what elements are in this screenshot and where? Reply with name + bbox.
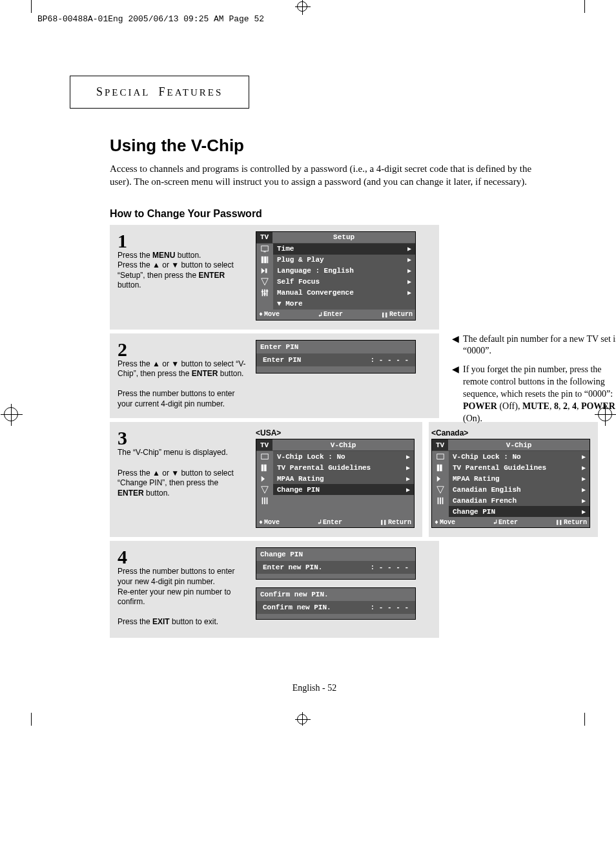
osd-menu-item: MPAA Rating▶ <box>273 473 414 484</box>
osd-nav-bar: ♦Move ↲Enter ⫿⫿Return <box>256 310 415 320</box>
osd-tv-label: TV <box>256 232 272 243</box>
side-notes: ◀ The default pin number for a new TV se… <box>452 333 616 432</box>
svg-rect-28 <box>440 498 441 505</box>
osd-menu-item: MPAA Rating▶ <box>449 473 590 484</box>
step-3: 3 The “V-Chip” menu is displayed. Press … <box>110 422 422 537</box>
osd-title: V-Chip <box>448 441 590 449</box>
svg-rect-16 <box>264 465 267 472</box>
sound-icon <box>260 463 269 472</box>
osd-menu-item: Canadian French▶ <box>449 495 590 506</box>
osd-menu-item: TV Parental Guidelines▶ <box>449 462 590 473</box>
page-title: Using the V-Chip <box>110 136 564 156</box>
step-2: 2 Press the ▲ or ▼ button to select “V-C… <box>110 333 439 419</box>
svg-rect-12 <box>263 293 266 295</box>
osd-row-value: : - - - - <box>371 356 409 364</box>
svg-rect-22 <box>437 454 444 459</box>
osd-category-icons <box>432 451 449 517</box>
channel-icon <box>260 474 269 483</box>
step-number: 1 <box>118 231 247 251</box>
svg-rect-27 <box>438 498 439 505</box>
svg-rect-29 <box>442 498 444 505</box>
svg-rect-8 <box>262 289 263 297</box>
nav-return: ⫿⫿Return <box>382 311 413 319</box>
svg-rect-9 <box>264 289 265 297</box>
step-2-text: Press the ▲ or ▼ button to select “V-Chi… <box>118 359 247 410</box>
step-1: 1 Press the MENU button. Press the ▲ or … <box>110 225 439 330</box>
timer-icon <box>436 485 445 494</box>
osd-menu-item: V-Chip Lock : No▶ <box>449 451 590 462</box>
osd-menu-item: Language : English▶ <box>273 266 415 277</box>
osd-setup-menu: TV Setup Time▶Plug & Play▶Language : Eng… <box>256 231 416 321</box>
osd-header: Change PIN <box>256 548 415 561</box>
osd-title: V-Chip <box>272 441 414 449</box>
note-marker-icon: ◀ <box>452 364 459 425</box>
svg-rect-0 <box>262 246 269 251</box>
svg-rect-1 <box>263 251 266 252</box>
variant-label-usa: <USA> <box>256 428 415 437</box>
osd-row-label: Confirm new PIN. <box>263 604 331 611</box>
osd-enter-pin: Enter PIN Enter PIN : - - - - <box>256 340 416 374</box>
svg-rect-2 <box>262 257 264 264</box>
svg-rect-4 <box>267 257 269 264</box>
osd-row-value: : - - - - <box>371 563 409 571</box>
osd-nav-bar: ♦Move ↲Enter ⫿⫿Return <box>256 517 414 527</box>
page-footer: English - 52 <box>65 683 564 693</box>
svg-marker-17 <box>262 476 265 482</box>
step-4: 4 Press the number buttons to enter your… <box>110 541 439 638</box>
picture-icon <box>260 452 269 461</box>
osd-vchip-usa: TV V-Chip V-Chip Lock : No <box>256 439 415 528</box>
osd-header: Enter PIN <box>256 341 415 353</box>
svg-rect-14 <box>262 454 269 459</box>
picture-icon <box>436 452 445 461</box>
svg-marker-25 <box>437 476 440 482</box>
step-1-text: Press the MENU button. Press the ▲ or ▼ … <box>118 251 247 291</box>
osd-menu-item: ▼ More <box>273 299 415 310</box>
osd-category-icons <box>256 451 273 517</box>
crop-marks-top <box>0 0 616 13</box>
sound-icon <box>436 463 445 472</box>
osd-menu-item: Change PIN▶ <box>273 484 414 495</box>
svg-rect-15 <box>262 465 264 472</box>
osd-menu-item: TV Parental Guidelines▶ <box>273 462 414 473</box>
nav-move: ♦Move <box>259 311 280 319</box>
svg-rect-10 <box>267 289 268 297</box>
svg-rect-24 <box>440 465 442 472</box>
setup-icon <box>260 496 269 505</box>
svg-marker-5 <box>262 268 265 274</box>
picture-icon <box>260 244 269 253</box>
osd-row-label: Enter PIN <box>263 356 301 364</box>
osd-tv-label: TV <box>256 439 272 450</box>
osd-change-pin: Change PIN Enter new PIN. : - - - - <box>256 547 416 580</box>
svg-rect-21 <box>267 498 268 505</box>
osd-confirm-pin: Confirm new PIN. Confirm new PIN. : - - … <box>256 587 416 620</box>
step-4-text: Press the number buttons to enter your n… <box>118 567 247 627</box>
osd-menu-item: V-Chip Lock : No▶ <box>273 451 414 462</box>
osd-menu-item: Time▶ <box>273 244 415 255</box>
svg-rect-19 <box>262 498 263 505</box>
channel-icon <box>260 266 269 275</box>
svg-rect-13 <box>266 291 269 292</box>
svg-rect-20 <box>264 498 265 505</box>
timer-icon <box>260 485 269 494</box>
svg-rect-3 <box>264 257 267 264</box>
svg-rect-23 <box>437 465 440 472</box>
svg-marker-18 <box>262 487 269 494</box>
crop-marks-bottom <box>0 713 616 726</box>
step-number: 2 <box>118 340 247 359</box>
osd-row-value: : - - - - <box>371 604 409 611</box>
svg-rect-6 <box>265 269 267 273</box>
intro-text: Access to channels and programs is contr… <box>110 162 551 189</box>
section-title: SPECIAL FEATURES <box>70 76 249 109</box>
note-marker-icon: ◀ <box>452 333 459 358</box>
step-3-text: The “V-Chip” menu is displayed. Press th… <box>118 448 247 498</box>
nav-enter: ↲Enter <box>318 311 343 319</box>
channel-icon <box>436 474 445 483</box>
osd-vchip-canada: TV V-Chip V-Chip Lock : No▶TV Parental G… <box>431 439 590 528</box>
sound-icon <box>260 255 269 264</box>
step-number: 4 <box>118 547 247 567</box>
osd-header: Confirm new PIN. <box>256 588 415 601</box>
osd-menu-item: Change PIN▶ <box>449 506 590 517</box>
osd-menu-item: Self Focus▶ <box>273 277 415 288</box>
subheading: How to Change Your Password <box>110 208 564 220</box>
note-1-text: The default pin number for a new TV set … <box>463 333 616 358</box>
